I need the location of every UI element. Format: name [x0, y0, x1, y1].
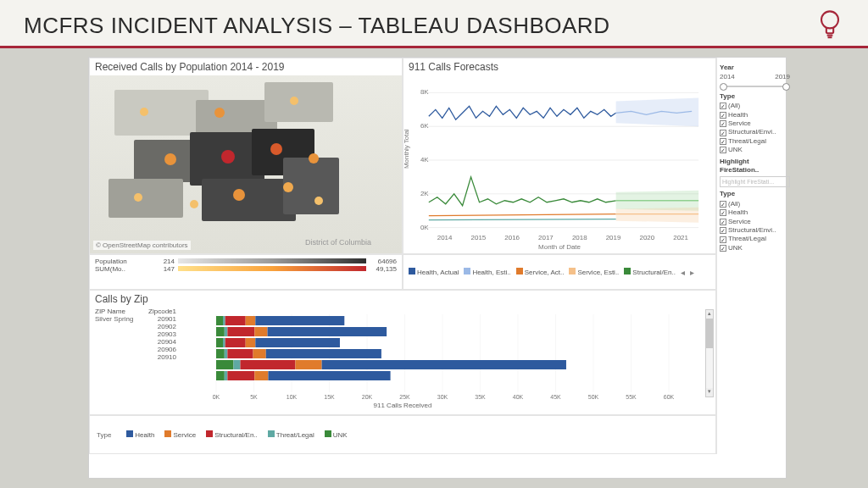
svg-text:2015: 2015	[471, 234, 487, 241]
type-all-2[interactable]: ✓(All)	[720, 200, 790, 208]
svg-text:50K: 50K	[588, 394, 599, 400]
type-unk-2[interactable]: ✓UNK	[720, 244, 790, 252]
forecast-chart[interactable]: 8K 6K 4K 2K 0K Monthly Total 2014 2015 2…	[403, 75, 715, 253]
svg-rect-61	[216, 371, 225, 380]
map-attribution: © OpenStreetMap contributors	[93, 241, 191, 250]
year-max: 2019	[775, 73, 790, 81]
zip-scrollbar[interactable]: ▴ ▾	[705, 309, 714, 397]
svg-text:2014: 2014	[437, 234, 453, 241]
zip-legend-label: Type	[97, 431, 111, 439]
svg-text:Month of Date: Month of Date	[538, 243, 581, 251]
filter-sidebar: Year 2014 2019 Type ✓(All) ✓Health ✓Serv…	[716, 58, 793, 454]
type-threat-2[interactable]: ✓Threat/Legal	[720, 235, 790, 243]
svg-rect-57	[233, 360, 240, 369]
svg-text:2018: 2018	[572, 234, 587, 241]
pop-label: Population	[95, 258, 144, 265]
svg-rect-50	[255, 338, 340, 347]
svg-text:2017: 2017	[538, 234, 554, 241]
svg-text:4K: 4K	[420, 156, 429, 164]
svg-text:25K: 25K	[399, 394, 410, 400]
type-threat-1[interactable]: ✓Threat/Legal	[720, 137, 790, 146]
type-service-1[interactable]: ✓Service	[720, 119, 790, 128]
svg-rect-59	[295, 360, 321, 369]
svg-rect-40	[255, 316, 344, 325]
svg-rect-38	[225, 316, 246, 325]
svg-text:45K: 45K	[550, 394, 561, 400]
svg-rect-42	[225, 327, 228, 336]
sum-label: SUM(Mo..	[95, 265, 144, 273]
highlight-label: Highlight FireStation..	[720, 158, 790, 175]
type-all-1[interactable]: ✓(All)	[720, 102, 790, 110]
type-service-2[interactable]: ✓Service	[720, 218, 790, 226]
sum-gradient	[178, 266, 366, 271]
zip-panel: Calls by Zip ZIP Name Zipcode1 Silver Sp…	[89, 290, 716, 415]
sum-min: 147	[147, 265, 175, 273]
svg-rect-49	[246, 338, 256, 347]
svg-rect-53	[227, 349, 253, 358]
svg-rect-52	[225, 349, 228, 358]
legend-next-icon[interactable]: ▸	[690, 268, 694, 277]
svg-rect-37	[223, 316, 225, 325]
forecast-legend: Health, Actual Health, Esti.. Service, A…	[403, 254, 716, 290]
pop-min: 214	[147, 258, 175, 265]
slide-header: MCFRS INCIDENT ANALYSIS – TABLEAU DASHBO…	[0, 0, 868, 48]
svg-rect-63	[227, 371, 254, 380]
svg-text:5K: 5K	[250, 394, 258, 400]
scroll-up-icon[interactable]: ▴	[706, 310, 713, 319]
svg-point-0	[821, 11, 838, 28]
type-filter-label-2: Type	[720, 190, 790, 198]
svg-text:15K: 15K	[324, 394, 335, 400]
svg-rect-39	[246, 316, 256, 325]
zip-title: Calls by Zip	[90, 291, 715, 308]
pop-gradient	[178, 258, 366, 263]
svg-text:20K: 20K	[362, 394, 373, 400]
forecast-title: 911 Calls Forecasts	[403, 58, 715, 75]
highlight-input[interactable]: Highlight FireStati...	[720, 176, 790, 187]
scroll-down-icon[interactable]: ▾	[706, 388, 713, 396]
zip-bar-chart[interactable]: 0K5K10K15K20K25K30K35K40K45K50K55K60K	[176, 308, 710, 401]
forecast-panel: 911 Calls Forecasts 8K 6K 4K 2K 0K Month…	[403, 58, 716, 254]
map-dc-label: District of Columbia	[305, 238, 371, 247]
svg-rect-60	[322, 360, 566, 369]
svg-rect-43	[227, 327, 254, 336]
svg-text:2020: 2020	[639, 234, 654, 241]
svg-rect-62	[225, 371, 228, 380]
page-title: MCFRS INCIDENT ANALYSIS – TABLEAU DASHBO…	[24, 13, 609, 39]
svg-text:30K: 30K	[437, 394, 448, 400]
zip-x-label: 911 Calls Received	[90, 401, 715, 409]
legend-prev-icon[interactable]: ◂	[681, 268, 685, 277]
svg-rect-47	[223, 338, 225, 347]
type-struct-2[interactable]: ✓Structural/Envi..	[720, 226, 790, 235]
svg-text:6K: 6K	[420, 122, 429, 130]
svg-rect-55	[266, 349, 381, 358]
svg-text:35K: 35K	[475, 394, 486, 400]
svg-text:Monthly Total: Monthly Total	[403, 129, 410, 169]
type-unk-1[interactable]: ✓UNK	[720, 146, 790, 154]
type-health-2[interactable]: ✓Health	[720, 208, 790, 217]
type-filter-label-1: Type	[720, 92, 790, 101]
svg-rect-46	[216, 338, 223, 347]
svg-text:2021: 2021	[673, 234, 688, 241]
svg-rect-45	[268, 327, 387, 336]
svg-rect-51	[216, 349, 225, 358]
scroll-thumb[interactable]	[706, 319, 713, 348]
svg-text:40K: 40K	[513, 394, 524, 400]
year-min: 2014	[720, 73, 735, 81]
year-slider[interactable]	[721, 86, 788, 87]
type-struct-1[interactable]: ✓Structural/Envi..	[720, 128, 790, 136]
map-canvas[interactable]: © OpenStreetMap contributors District of…	[90, 75, 402, 253]
svg-text:8K: 8K	[420, 88, 429, 96]
year-label: Year	[720, 64, 790, 72]
dashboard-container: Received Calls by Population 2014 - 2019	[88, 57, 787, 479]
svg-rect-64	[254, 371, 268, 380]
lightbulb-icon	[815, 8, 844, 42]
type-health-1[interactable]: ✓Health	[720, 111, 790, 119]
svg-text:60K: 60K	[664, 394, 675, 400]
svg-text:2016: 2016	[504, 234, 520, 241]
svg-text:55K: 55K	[626, 394, 637, 400]
svg-rect-44	[254, 327, 267, 336]
zip-row-labels: ZIP Name Zipcode1 Silver Spring20901 209…	[95, 308, 176, 401]
svg-rect-65	[268, 371, 390, 380]
svg-rect-36	[216, 316, 223, 325]
svg-text:0K: 0K	[213, 394, 220, 400]
